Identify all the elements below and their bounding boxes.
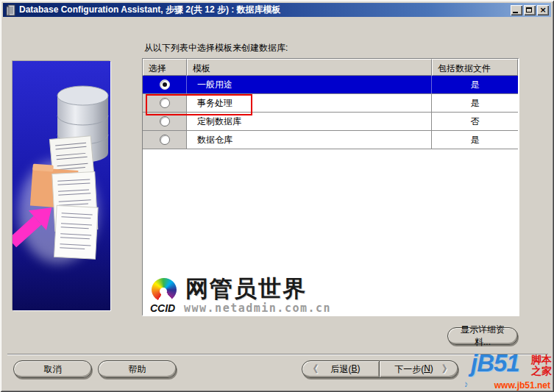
window-title: Database Configuration Assistant, 步骤 2(共… — [19, 4, 511, 16]
template-name-cell[interactable]: 事务处理 — [187, 94, 432, 112]
template-name-cell[interactable]: 数据仓库 — [187, 131, 432, 149]
cancel-button[interactable]: 取消 — [13, 360, 92, 378]
table-row-data-warehouse[interactable]: 数据仓库 是 — [143, 131, 518, 149]
jb51-logo-name: jB51 — [471, 349, 519, 377]
app-icon — [5, 4, 17, 16]
jb51-logo: ♪ jB51 脚本 之家 www.jb51.net — [464, 355, 553, 391]
watermark-org: CCID — [150, 302, 175, 314]
datafiles-cell: 是 — [432, 94, 518, 112]
netadmin-watermark: 网管员世界 CCID www.netadmin.com.cn — [149, 278, 472, 316]
minimize-icon — [513, 12, 518, 13]
radio-custom-database[interactable] — [160, 116, 170, 126]
datafiles-cell: 是 — [432, 76, 518, 93]
jb51-url: www.jb51.net — [494, 380, 550, 391]
ccid-fan-icon — [152, 278, 177, 302]
column-header-datafiles: 包括数据文件 — [432, 59, 518, 76]
close-button[interactable]: × — [537, 5, 549, 15]
decorative-notes-icon: ♪ — [462, 378, 469, 389]
next-button-label: 下一步(N) — [394, 363, 433, 376]
radio-data-warehouse[interactable] — [160, 135, 170, 145]
help-button[interactable]: 帮助 — [98, 360, 177, 378]
template-name-cell[interactable]: 一般用途 — [187, 76, 432, 93]
instruction-label: 从以下列表中选择模板来创建数据库: — [144, 42, 288, 54]
table-row-transaction-processing[interactable]: 事务处理 是 — [143, 94, 518, 113]
back-button[interactable]: 《 后退(B) — [302, 360, 380, 378]
radio-cell[interactable] — [143, 131, 187, 149]
double-chevron-left-icon: 《 — [308, 363, 318, 376]
watermark-brand: 网管员世界 — [185, 274, 307, 304]
document-illustration — [54, 205, 99, 259]
radio-cell[interactable] — [143, 76, 187, 93]
template-name-cell[interactable]: 定制数据库 — [187, 113, 432, 130]
radio-cell[interactable] — [143, 94, 187, 112]
window-controls: × — [511, 5, 549, 15]
column-header-select: 选择 — [143, 59, 187, 76]
radio-cell[interactable] — [143, 113, 187, 130]
jb51-tagline-bottom: 之家 — [531, 365, 552, 378]
column-header-template: 模板 — [187, 59, 432, 76]
sidebar-artwork — [13, 61, 110, 310]
dbca-window: Database Configuration Assistant, 步骤 2(共… — [0, 0, 554, 392]
datafiles-cell: 是 — [432, 131, 518, 149]
next-button[interactable]: 下一步(N) 》 — [380, 360, 458, 378]
table-row-custom-database[interactable]: 定制数据库 否 — [143, 113, 518, 131]
back-button-label: 后退(B) — [330, 363, 360, 376]
show-details-button[interactable]: 显示详细资料... — [447, 327, 518, 345]
watermark-url: www.netadmin.com.cn — [184, 302, 331, 315]
radio-general-purpose[interactable] — [160, 79, 170, 90]
table-row-general-purpose[interactable]: 一般用途 是 — [143, 76, 518, 94]
table-header: 选择 模板 包括数据文件 — [143, 59, 518, 76]
radio-transaction-processing[interactable] — [160, 98, 170, 108]
close-icon: × — [537, 5, 549, 15]
datafiles-cell: 否 — [432, 113, 518, 130]
minimize-button[interactable] — [511, 5, 522, 15]
double-chevron-right-icon: 》 — [442, 363, 452, 376]
titlebar[interactable]: Database Configuration Assistant, 步骤 2(共… — [3, 3, 551, 17]
maximize-button[interactable] — [524, 5, 536, 15]
maximize-icon — [526, 7, 532, 13]
template-table: 选择 模板 包括数据文件 一般用途 是 事务处理 是 定制数据库 否 数据仓库 … — [142, 58, 519, 316]
